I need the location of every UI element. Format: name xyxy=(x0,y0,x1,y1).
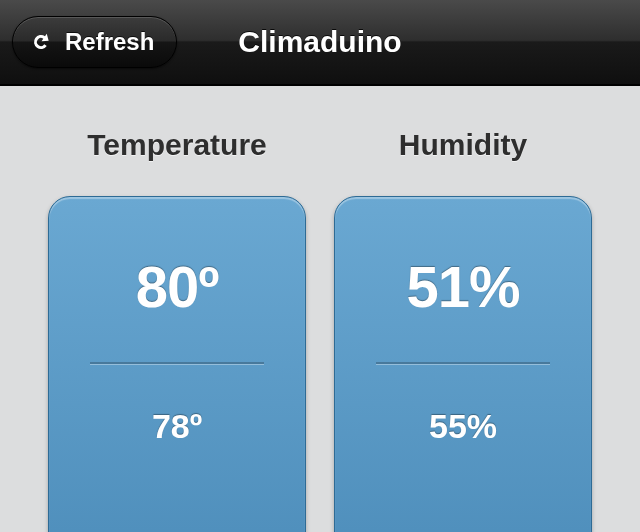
divider xyxy=(376,362,550,365)
humidity-target-value: 55% xyxy=(429,407,497,446)
temperature-current-value: 80º xyxy=(136,253,219,320)
temperature-header: Temperature xyxy=(87,128,267,162)
refresh-icon xyxy=(29,30,53,54)
divider xyxy=(90,362,264,365)
humidity-card[interactable]: 51% 55% xyxy=(334,196,592,532)
main-content: Temperature 80º 78º Humidity 51% 55% xyxy=(0,86,640,532)
temperature-card[interactable]: 80º 78º xyxy=(48,196,306,532)
temperature-column: Temperature 80º 78º xyxy=(48,128,306,532)
temperature-target-value: 78º xyxy=(152,407,202,446)
humidity-header: Humidity xyxy=(399,128,527,162)
refresh-button-label: Refresh xyxy=(65,28,154,56)
humidity-column: Humidity 51% 55% xyxy=(334,128,592,532)
app-header: Refresh Climaduino xyxy=(0,0,640,86)
refresh-button[interactable]: Refresh xyxy=(12,16,177,68)
humidity-current-value: 51% xyxy=(406,253,519,320)
page-title: Climaduino xyxy=(238,25,401,59)
